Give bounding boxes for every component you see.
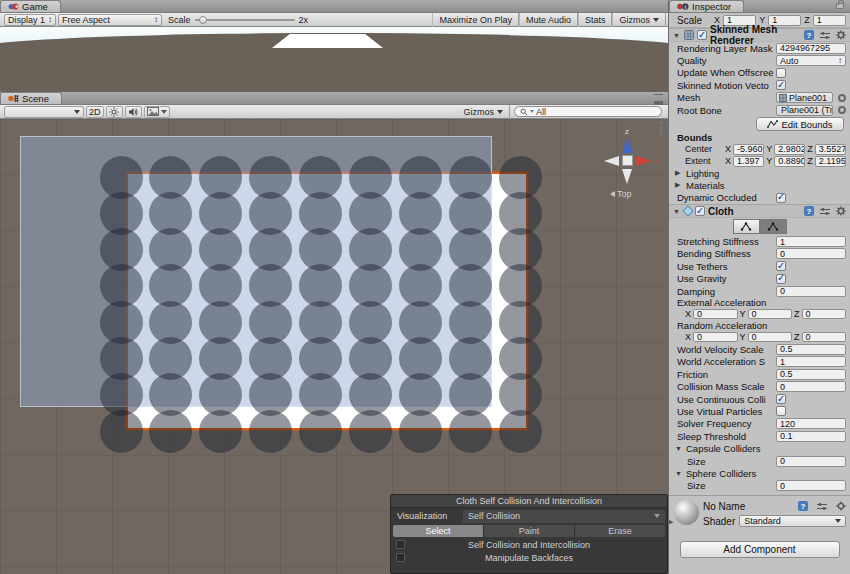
cloth-particle[interactable] xyxy=(149,410,192,453)
game-gizmos-dropdown[interactable]: Gizmos xyxy=(612,13,666,27)
sleep-threshold-field[interactable]: 0.1 xyxy=(776,431,846,442)
sphere-colliders-foldout[interactable]: ▼ xyxy=(675,470,683,477)
tab-scene[interactable]: Scene xyxy=(0,92,62,104)
scene-effects-button[interactable] xyxy=(144,106,170,118)
cloth-particle[interactable] xyxy=(100,410,143,453)
self-collision-checkbox[interactable] xyxy=(396,540,405,549)
rendering-layer-mask-field[interactable]: 4294967295 xyxy=(776,43,846,54)
scene-gizmo-lock-icon[interactable] xyxy=(660,123,662,134)
scale-slider-thumb[interactable] xyxy=(199,16,207,24)
bounds-extent-y-field[interactable]: 0.8890 xyxy=(774,156,805,167)
cloth-particle[interactable] xyxy=(499,410,542,453)
cloth-particle[interactable] xyxy=(349,410,392,453)
edit-cloth-constraints-button[interactable] xyxy=(733,219,760,234)
scene-search-input[interactable]: All xyxy=(514,106,662,117)
help-icon[interactable] xyxy=(804,206,814,216)
scale-z-field[interactable]: 1 xyxy=(813,15,846,26)
gizmo-down-cone[interactable] xyxy=(622,169,632,184)
scene-lighting-button[interactable] xyxy=(106,106,123,118)
bounds-center-x-field[interactable]: -5.960 xyxy=(733,144,764,155)
tab-inspector[interactable]: i Inspector xyxy=(669,0,744,12)
skinned-motion-vectors-checkbox[interactable] xyxy=(776,80,786,90)
cloth-particle[interactable] xyxy=(249,410,292,453)
material-preview-sphere[interactable] xyxy=(674,500,699,525)
scale-slider[interactable] xyxy=(195,19,295,21)
solver-frequency-field[interactable]: 120 xyxy=(776,418,846,429)
collision-mass-scale-field[interactable]: 0 xyxy=(776,381,846,392)
gizmo-left-cone[interactable] xyxy=(604,156,619,166)
gizmo-view-label[interactable]: Top xyxy=(610,189,632,199)
object-picker-icon[interactable] xyxy=(838,106,846,114)
erase-button[interactable]: Erase xyxy=(575,525,665,537)
tab-game[interactable]: Game xyxy=(0,0,61,12)
foldout-closed-icon[interactable]: ▶ xyxy=(668,518,673,526)
capsule-colliders-foldout[interactable]: ▼ xyxy=(675,445,683,452)
cloth-particle[interactable] xyxy=(399,410,442,453)
manipulate-backfaces-checkbox[interactable] xyxy=(396,553,405,562)
presets-icon[interactable] xyxy=(820,207,830,216)
scene-gizmos-dropdown[interactable]: Gizmos xyxy=(457,105,510,119)
panel-menu-icon[interactable] xyxy=(654,94,663,101)
gear-icon[interactable] xyxy=(836,501,846,511)
cloth-particle[interactable] xyxy=(299,410,342,453)
sphere-colliders-size-field[interactable]: 0 xyxy=(776,480,846,491)
bending-stiffness-field[interactable]: 0 xyxy=(776,248,846,259)
edit-cloth-self-collision-button[interactable] xyxy=(760,219,787,234)
gizmo-z-axis-cone[interactable] xyxy=(622,138,632,153)
lighting-foldout[interactable]: ▶Lighting xyxy=(669,167,850,179)
smr-component-header[interactable]: ▼ Skinned Mesh Renderer xyxy=(669,28,850,42)
cloth-component-header[interactable]: ▼ Cloth xyxy=(669,204,850,218)
search-filter-chevron-icon[interactable] xyxy=(530,110,534,113)
quality-dropdown[interactable]: Auto↕ xyxy=(776,55,846,66)
stretching-stiffness-field[interactable]: 1 xyxy=(776,236,846,247)
use-continuous-collision-checkbox[interactable] xyxy=(776,394,786,404)
scene-audio-button[interactable] xyxy=(125,106,142,118)
use-gravity-checkbox[interactable] xyxy=(776,274,786,284)
toggle-2d-button[interactable]: 2D xyxy=(86,106,104,118)
presets-icon[interactable] xyxy=(820,31,830,40)
random-acceleration-z-field[interactable]: 0 xyxy=(802,332,846,342)
dynamic-occluded-checkbox[interactable] xyxy=(776,193,786,203)
use-virtual-particles-checkbox[interactable] xyxy=(776,406,786,416)
random-acceleration-x-field[interactable]: 0 xyxy=(693,332,737,342)
capsule-colliders-size-field[interactable]: 0 xyxy=(776,456,846,467)
use-tethers-checkbox[interactable] xyxy=(776,261,786,271)
game-viewport[interactable] xyxy=(0,27,668,92)
gear-icon[interactable] xyxy=(836,30,846,40)
world-velocity-scale-field[interactable]: 0.5 xyxy=(776,344,846,355)
shader-dropdown[interactable]: Standard xyxy=(739,515,846,527)
materials-foldout[interactable]: ▶Materials xyxy=(669,179,850,191)
friction-field[interactable]: 0.5 xyxy=(776,369,846,380)
gizmo-center-cube[interactable] xyxy=(622,155,633,166)
mesh-object-field[interactable]: Plane001 xyxy=(776,92,833,103)
bounds-center-z-field[interactable]: 3.5527 xyxy=(815,144,846,155)
smr-enabled-checkbox[interactable] xyxy=(697,30,707,40)
aspect-dropdown[interactable]: Free Aspect↕ xyxy=(58,14,162,26)
external-acceleration-y-field[interactable]: 0 xyxy=(748,309,792,319)
draw-mode-dropdown[interactable] xyxy=(4,106,84,118)
visualization-dropdown[interactable]: Self Collision xyxy=(463,510,665,523)
inspector-lock-icon[interactable] xyxy=(836,3,844,9)
bounds-center-y-field[interactable]: 2.9802 xyxy=(774,144,805,155)
foldout-open-icon[interactable]: ▼ xyxy=(673,32,681,39)
bounds-extent-x-field[interactable]: 1.397 xyxy=(733,156,764,167)
cloth-enabled-checkbox[interactable] xyxy=(695,206,705,216)
gear-icon[interactable] xyxy=(836,206,846,216)
edit-bounds-button[interactable]: Edit Bounds xyxy=(756,117,844,131)
bounds-extent-z-field[interactable]: 2.1195 xyxy=(815,156,846,167)
add-component-button[interactable]: Add Component xyxy=(680,541,840,558)
world-acceleration-scale-field[interactable]: 1 xyxy=(776,356,846,367)
cloth-particle[interactable] xyxy=(199,410,242,453)
damping-field[interactable]: 0 xyxy=(776,286,846,297)
help-icon[interactable] xyxy=(804,30,814,40)
help-icon[interactable] xyxy=(798,501,808,511)
root-bone-object-field[interactable]: Plane001 (Tran xyxy=(776,105,833,116)
foldout-open-icon[interactable]: ▼ xyxy=(673,208,681,215)
random-acceleration-y-field[interactable]: 0 xyxy=(748,332,792,342)
presets-icon[interactable] xyxy=(817,502,827,511)
gizmo-x-axis-cone[interactable] xyxy=(636,156,651,166)
external-acceleration-x-field[interactable]: 0 xyxy=(693,309,737,319)
paint-button[interactable]: Paint xyxy=(484,525,574,537)
mute-audio-button[interactable]: Mute Audio xyxy=(519,13,578,27)
cloth-particle[interactable] xyxy=(449,410,492,453)
